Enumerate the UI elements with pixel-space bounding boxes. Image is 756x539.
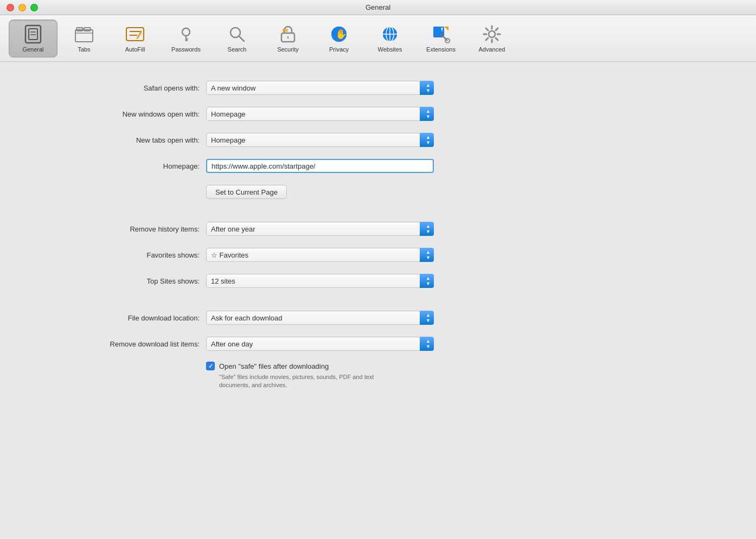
advanced-icon (482, 24, 502, 44)
tabs-label: Tabs (78, 46, 90, 53)
autofill-label: AutoFill (125, 46, 145, 53)
download-location-select-wrapper: Ask for each download Desktop Downloads … (206, 311, 434, 325)
toolbar-item-search[interactable]: Search (213, 20, 261, 57)
svg-line-44 (496, 38, 498, 40)
remove-history-select[interactable]: After one day After one week After two w… (206, 222, 434, 236)
passwords-label: Passwords (171, 46, 201, 53)
toolbar-item-extensions[interactable]: Extensions (417, 20, 465, 57)
safari-opens-control: A new window A new private window All wi… (206, 81, 434, 95)
svg-text:✋: ✋ (335, 28, 348, 40)
new-tabs-select[interactable]: Homepage Empty Page Same Page Bookmarks … (206, 133, 434, 147)
spacer-1 (22, 209, 734, 220)
download-location-control: Ask for each download Desktop Downloads … (206, 311, 434, 325)
new-windows-row: New windows open with: Homepage Empty Pa… (22, 105, 734, 123)
minimize-button[interactable] (18, 4, 26, 11)
safari-opens-label: Safari opens with: (22, 84, 206, 92)
download-location-select[interactable]: Ask for each download Desktop Downloads (206, 311, 434, 325)
tabs-icon: ✕ □ (74, 24, 94, 44)
title-bar: General (0, 0, 756, 15)
favorites-shows-select[interactable]: ☆ Favorites Bookmarks Bar Bookmarks Menu (206, 248, 434, 262)
download-location-label: File download location: (22, 314, 206, 322)
svg-point-15 (182, 28, 190, 36)
remove-history-row: Remove history items: After one day Afte… (22, 220, 734, 238)
toolbar-item-advanced[interactable]: Advanced (467, 20, 516, 57)
passwords-icon (176, 24, 196, 44)
window-title: General (366, 3, 390, 11)
toolbar-item-tabs[interactable]: ✕ □ Tabs (60, 20, 108, 57)
svg-marker-14 (136, 39, 137, 40)
traffic-lights (7, 4, 38, 11)
privacy-label: Privacy (329, 46, 349, 53)
toolbar-item-security[interactable]: Security (264, 20, 312, 57)
svg-line-43 (486, 28, 488, 30)
top-sites-select[interactable]: 6 sites 12 sites 24 sites (206, 274, 434, 288)
general-label: General (22, 46, 43, 53)
toolbar-item-websites[interactable]: Websites (366, 20, 414, 57)
remove-download-control: After one day After one week Upon succes… (206, 337, 434, 351)
security-icon (278, 24, 298, 44)
extensions-icon (431, 24, 451, 44)
homepage-control (206, 159, 434, 173)
svg-line-13 (137, 31, 142, 39)
download-location-row: File download location: Ask for each dow… (22, 309, 734, 326)
new-windows-control: Homepage Empty Page Same Page Bookmarks … (206, 107, 434, 121)
checkbox-checkmark: ✓ (208, 363, 213, 370)
set-current-row: Set to Current Page (22, 183, 734, 201)
svg-line-45 (496, 28, 498, 30)
search-label: Search (228, 46, 247, 53)
top-sites-label: Top Sites shows: (22, 277, 206, 285)
remove-history-select-wrapper: After one day After one week After two w… (206, 222, 434, 236)
new-tabs-row: New tabs open with: Homepage Empty Page … (22, 131, 734, 149)
toolbar-item-privacy[interactable]: ✋ Privacy (315, 20, 363, 57)
open-safe-files-label: Open "safe" files after downloading (219, 362, 329, 370)
favorites-shows-row: Favorites shows: ☆ Favorites Bookmarks B… (22, 246, 734, 264)
remove-history-label: Remove history items: (22, 225, 206, 233)
remove-download-select[interactable]: After one day After one week Upon succes… (206, 337, 434, 351)
homepage-label: Homepage: (22, 162, 206, 170)
new-tabs-label: New tabs open with: (22, 136, 206, 144)
websites-icon (380, 24, 400, 44)
new-windows-select[interactable]: Homepage Empty Page Same Page Bookmarks … (206, 107, 434, 121)
set-current-control: Set to Current Page (206, 185, 434, 199)
top-sites-select-wrapper: 6 sites 12 sites 24 sites ▲ ▼ (206, 274, 434, 288)
privacy-icon: ✋ (329, 24, 349, 44)
close-button[interactable] (7, 4, 14, 11)
safari-opens-select[interactable]: A new window A new private window All wi… (206, 81, 434, 95)
general-icon (23, 24, 43, 44)
toolbar-item-autofill[interactable]: AutoFill (111, 20, 159, 57)
autofill-icon (125, 24, 145, 44)
favorites-shows-label: Favorites shows: (22, 251, 206, 259)
toolbar-item-passwords[interactable]: Passwords (162, 20, 210, 57)
top-sites-row: Top Sites shows: 6 sites 12 sites 24 sit… (22, 272, 734, 290)
main-content: Safari opens with: A new window A new pr… (0, 62, 756, 539)
remove-download-select-wrapper: After one day After one week Upon succes… (206, 337, 434, 351)
svg-rect-22 (283, 29, 288, 32)
open-safe-files-text-container: Open "safe" files after downloading "Saf… (219, 361, 403, 390)
advanced-label: Advanced (479, 46, 505, 53)
new-tabs-control: Homepage Empty Page Same Page Bookmarks … (206, 133, 434, 147)
open-safe-files-checkbox[interactable]: ✓ (206, 362, 215, 370)
homepage-input[interactable] (206, 159, 434, 173)
favorites-shows-control: ☆ Favorites Bookmarks Bar Bookmarks Menu… (206, 248, 434, 262)
svg-text:□: □ (81, 27, 82, 30)
extensions-label: Extensions (426, 46, 456, 53)
top-sites-control: 6 sites 12 sites 24 sites ▲ ▼ (206, 274, 434, 288)
open-safe-files-row: ✓ Open "safe" files after downloading "S… (22, 361, 734, 390)
search-icon (227, 24, 247, 44)
websites-label: Websites (377, 46, 402, 53)
spacer-2 (22, 298, 734, 309)
safari-opens-select-wrapper: A new window A new private window All wi… (206, 81, 434, 95)
new-windows-select-wrapper: Homepage Empty Page Same Page Bookmarks … (206, 107, 434, 121)
open-safe-files-control: ✓ Open "safe" files after downloading "S… (206, 361, 434, 390)
remove-history-control: After one day After one week After two w… (206, 222, 434, 236)
svg-line-46 (486, 38, 488, 40)
maximize-button[interactable] (30, 4, 38, 11)
svg-marker-32 (444, 27, 449, 31)
remove-download-label: Remove download list items: (22, 340, 206, 348)
svg-rect-0 (25, 25, 41, 43)
svg-text:✕: ✕ (78, 27, 80, 30)
toolbar: General ✕ □ Tabs A (0, 15, 756, 62)
open-safe-files-description: "Safe" files include movies, pictures, s… (219, 373, 403, 390)
toolbar-item-general[interactable]: General (9, 20, 57, 57)
set-current-page-button[interactable]: Set to Current Page (206, 185, 287, 199)
